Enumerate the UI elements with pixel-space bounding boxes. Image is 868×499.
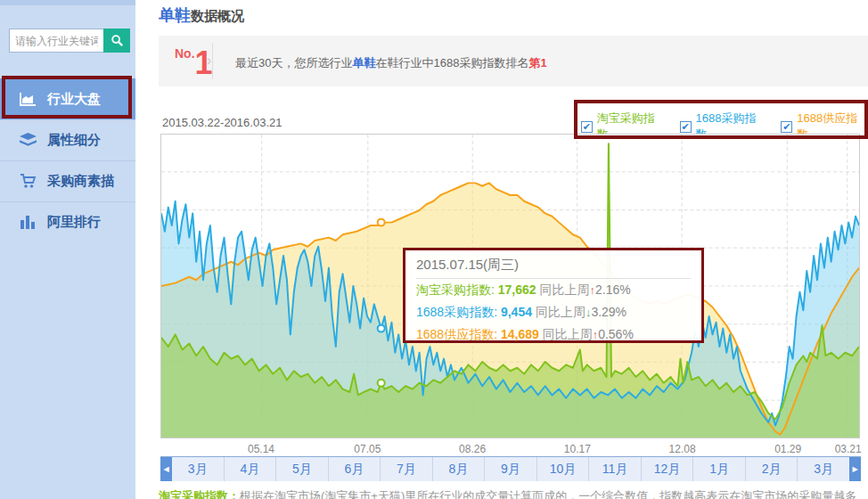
tooltip-row: 1688供应指数: 14,689 同比上周↑0.56% bbox=[416, 323, 691, 346]
rank-no-label: No. bbox=[175, 46, 195, 61]
x-tick-label: 01.29 bbox=[774, 443, 801, 455]
month-pager: ◀ 3月4月5月6月7月8月9月10月11月12月1月2月3月 ▶ bbox=[160, 456, 861, 481]
sidebar-menu: 行业大盘属性细分采购商素描阿里排行 bbox=[0, 78, 135, 242]
tooltip-row: 1688采购指数: 9,454 同比上周↓3.29% bbox=[416, 301, 691, 323]
legend-checkbox[interactable]: ✔ bbox=[680, 121, 692, 133]
bar-chart-icon bbox=[20, 215, 37, 230]
banner-rank-text: 第1 bbox=[528, 56, 546, 70]
rank-banner: No.1 › 最近30天，您所选行业单鞋在鞋行业中1688采购指数排名第1 bbox=[159, 36, 868, 86]
search-button[interactable] bbox=[103, 29, 130, 53]
month-tabs: 3月4月5月6月7月8月9月10月11月12月1月2月3月 bbox=[172, 457, 849, 481]
chart-date-range: 2015.03.22-2016.03.21 bbox=[162, 116, 282, 129]
sidebar-item-label: 行业大盘 bbox=[47, 91, 101, 108]
tooltip-compare-label: 同比上周 bbox=[543, 327, 593, 341]
month-tab-6[interactable]: 8月 bbox=[433, 457, 486, 481]
x-tick-label: 12.08 bbox=[669, 443, 696, 455]
month-tab-5[interactable]: 7月 bbox=[381, 457, 433, 481]
legend-checkbox[interactable]: ✔ bbox=[781, 121, 792, 133]
tooltip-percent: 2.16% bbox=[595, 282, 631, 297]
rank-banner-text: 最近30天，您所选行业单鞋在鞋行业中1688采购指数排名第1 bbox=[235, 55, 547, 71]
banner-divider bbox=[212, 43, 213, 79]
index-definition-footnote: 淘宝采购指数：根据在淘宝市场(淘宝集市+天猫)里所在行业的成交量计算而成的，一个… bbox=[159, 488, 856, 499]
month-tab-11[interactable]: 1月 bbox=[693, 457, 746, 481]
chart-tooltip: 2015.07.15(周三) 淘宝采购指数: 17,662 同比上周↑2.16%… bbox=[403, 248, 704, 343]
banner-text-middle: 在鞋行业中1688采购指数排名 bbox=[375, 56, 528, 70]
page-title-keyword: 单鞋 bbox=[159, 6, 191, 24]
month-tab-13[interactable]: 3月 bbox=[798, 457, 849, 481]
x-axis-labels: 05.1407.0508.2610.1712.0801.2903.21 bbox=[160, 443, 860, 455]
sidebar-item-label: 属性细分 bbox=[47, 132, 101, 149]
next-month-button[interactable]: ▶ bbox=[849, 457, 861, 481]
tooltip-rows: 淘宝采购指数: 17,662 同比上周↑2.16%1688采购指数: 9,454… bbox=[416, 279, 691, 346]
sidebar-item-label: 阿里排行 bbox=[47, 214, 101, 231]
tooltip-percent: 3.29% bbox=[591, 305, 626, 319]
page-title: 单鞋数据概况 bbox=[159, 4, 244, 26]
x-tick-label: 10.17 bbox=[564, 443, 591, 455]
month-tab-3[interactable]: 5月 bbox=[276, 457, 329, 481]
tooltip-series-label: 1688供应指数: 14,689 bbox=[416, 327, 539, 341]
tooltip-percent: 0.56% bbox=[598, 327, 634, 341]
tooltip-compare-label: 同比上周 bbox=[540, 282, 590, 297]
month-tab-2[interactable]: 4月 bbox=[225, 457, 277, 481]
tooltip-series-label: 1688采购指数: 9,454 bbox=[416, 305, 532, 319]
tooltip-date: 2015.07.15(周三) bbox=[416, 257, 691, 279]
page-title-rest: 数据概况 bbox=[191, 8, 244, 23]
month-tab-1[interactable]: 3月 bbox=[172, 457, 225, 481]
month-tab-7[interactable]: 9月 bbox=[485, 457, 537, 481]
sidebar-item-label: 采购商素描 bbox=[47, 173, 114, 190]
area-chart-icon bbox=[20, 92, 37, 107]
sidebar: 行业大盘属性细分采购商素描阿里排行 bbox=[0, 0, 135, 499]
search-input[interactable] bbox=[9, 29, 103, 53]
tooltip-row: 淘宝采购指数: 17,662 同比上周↑2.16% bbox=[416, 279, 691, 301]
x-tick-label: 08.26 bbox=[459, 443, 486, 455]
sidebar-item-1[interactable]: 行业大盘 bbox=[0, 78, 135, 119]
sidebar-item-3[interactable]: 采购商素描 bbox=[0, 160, 135, 201]
cart-icon bbox=[20, 174, 37, 189]
layers-icon bbox=[20, 133, 37, 148]
sidebar-item-4[interactable]: 阿里排行 bbox=[0, 201, 135, 242]
prev-month-button[interactable]: ◀ bbox=[160, 457, 172, 481]
x-tick-label: 05.14 bbox=[248, 443, 274, 455]
banner-keyword: 单鞋 bbox=[352, 56, 375, 70]
sidebar-top-strip bbox=[0, 0, 135, 5]
legend-checkbox[interactable]: ✔ bbox=[581, 121, 593, 133]
chevron-right-icon: › bbox=[207, 52, 211, 70]
tooltip-compare-label: 同比上周 bbox=[536, 305, 585, 319]
tooltip-series-label: 淘宝采购指数: 17,662 bbox=[416, 282, 536, 297]
x-tick-label: 03.21 bbox=[835, 443, 862, 455]
footnote-label: 淘宝采购指数： bbox=[159, 489, 240, 499]
sidebar-item-2[interactable]: 属性细分 bbox=[0, 119, 135, 160]
month-tab-8[interactable]: 10月 bbox=[537, 457, 590, 481]
month-tab-4[interactable]: 6月 bbox=[329, 457, 381, 481]
month-tab-9[interactable]: 11月 bbox=[589, 457, 642, 481]
banner-text-prefix: 最近30天，您所选行业 bbox=[235, 56, 352, 70]
footnote-text: 根据在淘宝市场(淘宝集市+天猫)里所在行业的成交量计算而成的，一个综合数值，指数… bbox=[240, 489, 856, 499]
month-tab-10[interactable]: 12月 bbox=[642, 457, 694, 481]
month-tab-12[interactable]: 2月 bbox=[746, 457, 798, 481]
x-tick-label: 07.05 bbox=[354, 443, 381, 455]
industry-search bbox=[9, 29, 130, 53]
search-icon bbox=[111, 34, 124, 47]
